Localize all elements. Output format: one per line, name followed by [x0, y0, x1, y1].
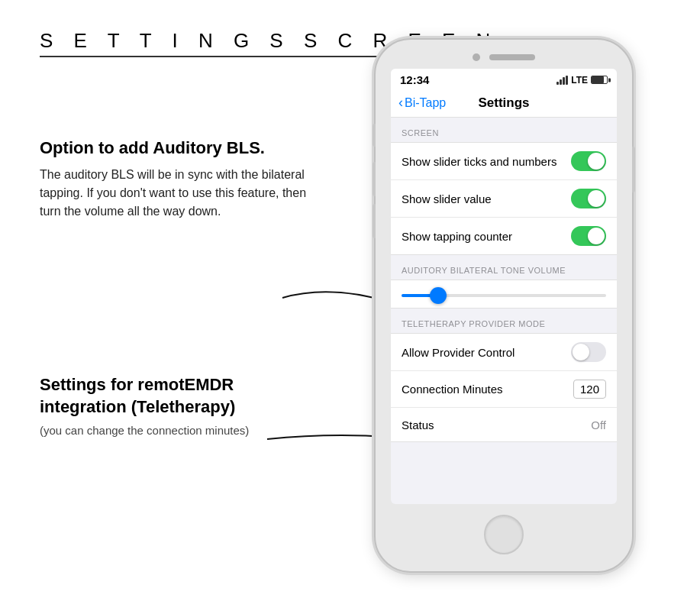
toggle-knob: [588, 153, 605, 170]
camera-icon: [473, 53, 480, 61]
teletherapy-section-header: TELETHERAPY PROVIDER MODE: [391, 309, 617, 333]
phone-bottom: [484, 504, 524, 571]
annotation-auditory: Option to add Auditory BLS. The auditory…: [40, 137, 322, 221]
toggle-row-slider-ticks[interactable]: Show slider ticks and numbers: [391, 143, 617, 180]
toggle-row-provider-control[interactable]: Allow Provider Control: [391, 334, 617, 371]
phone: 12:34 LTE ‹: [374, 38, 634, 573]
volume-slider-row[interactable]: [391, 280, 617, 309]
toggle-knob: [588, 228, 605, 244]
teletherapy-settings-group: Allow Provider Control Connection Minute…: [391, 333, 617, 442]
signal-icon: [556, 76, 568, 85]
status-label: Status: [402, 418, 434, 431]
tapping-counter-toggle[interactable]: [571, 226, 606, 246]
chevron-left-icon: ‹: [398, 95, 403, 111]
volume-slider-thumb[interactable]: [430, 287, 447, 304]
phone-top: [376, 40, 632, 61]
provider-control-label: Allow Provider Control: [402, 346, 515, 359]
status-row: Status Off: [391, 408, 617, 441]
slider-ticks-label: Show slider ticks and numbers: [402, 155, 556, 168]
annotation-remote-heading: Settings for remotEMDR integration (Tele…: [40, 374, 292, 418]
status-value: Off: [591, 418, 606, 431]
settings-content: SCREEN Show slider ticks and numbers Sho…: [391, 118, 617, 442]
screen-settings-group: Show slider ticks and numbers Show slide…: [391, 142, 617, 255]
annotation-auditory-heading: Option to add Auditory BLS.: [40, 137, 322, 160]
tapping-counter-label: Show tapping counter: [402, 230, 512, 243]
toggle-knob: [573, 344, 589, 360]
back-label: Bi-Tapp: [405, 96, 446, 110]
toggle-row-slider-value[interactable]: Show slider value: [391, 180, 617, 218]
back-button[interactable]: ‹ Bi-Tapp: [398, 95, 446, 111]
speaker-icon: [489, 54, 535, 60]
toggle-row-tapping-counter[interactable]: Show tapping counter: [391, 218, 617, 254]
connection-minutes-label: Connection Minutes: [402, 383, 503, 396]
auditory-section-header: AUDITORY BILATERAL TONE VOLUME: [391, 255, 617, 280]
nav-title: Settings: [478, 95, 529, 111]
volume-up-button: [373, 162, 376, 196]
connection-minutes-value[interactable]: 120: [573, 380, 606, 399]
nav-bar: ‹ Bi-Tapp Settings: [391, 89, 617, 118]
power-button: [632, 147, 635, 192]
provider-control-toggle[interactable]: [571, 342, 606, 362]
status-time: 12:34: [400, 73, 429, 86]
slider-value-label: Show slider value: [402, 192, 492, 205]
home-button[interactable]: [484, 515, 524, 554]
annotation-remote-sub: (you can change the connection minutes): [40, 422, 292, 438]
status-icons: LTE: [556, 75, 608, 86]
lte-label: LTE: [571, 75, 588, 86]
phone-body: 12:34 LTE ‹: [374, 38, 634, 573]
annotation-auditory-body: The auditory BLS will be in sync with th…: [40, 166, 322, 221]
screen-section-header: SCREEN: [391, 118, 617, 142]
volume-slider-track[interactable]: [402, 294, 606, 297]
annotation-remote: Settings for remotEMDR integration (Tele…: [40, 374, 292, 438]
slider-ticks-toggle[interactable]: [571, 151, 606, 171]
mute-button: [373, 124, 376, 147]
volume-down-button: [373, 204, 376, 238]
phone-screen: 12:34 LTE ‹: [391, 69, 617, 504]
slider-value-toggle[interactable]: [571, 189, 606, 208]
status-bar: 12:34 LTE: [391, 69, 617, 89]
battery-icon: [591, 76, 608, 84]
toggle-knob: [588, 190, 605, 207]
connection-minutes-row[interactable]: Connection Minutes 120: [391, 371, 617, 408]
